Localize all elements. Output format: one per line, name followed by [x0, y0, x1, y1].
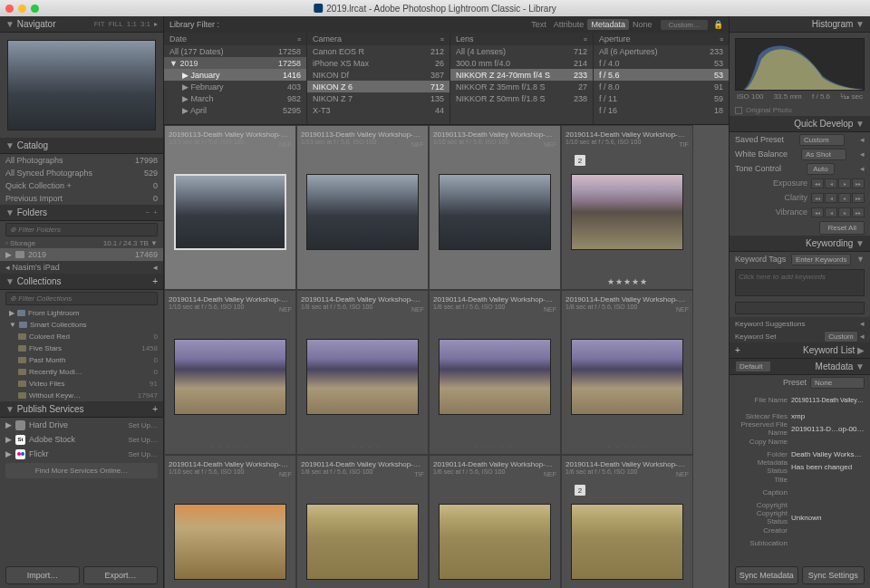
filter-tab-none[interactable]: None — [629, 19, 656, 30]
publish-service-item[interactable]: ▶Hard DriveSet Up… — [0, 418, 163, 432]
metadata-filter-row[interactable]: ▶ March982 — [164, 92, 306, 104]
qd-dec[interactable]: ◂ — [825, 193, 837, 203]
grid-cell[interactable]: 20190114-Death Valley Workshop-0013 1/10… — [164, 290, 296, 455]
qd-inc[interactable]: ▸ — [838, 178, 851, 188]
grid-cell[interactable]: 20190113-Death Valley Workshop-0001 1/13… — [164, 125, 296, 290]
find-more-services[interactable]: Find More Services Online… — [5, 463, 158, 478]
grid-cell[interactable]: 20190113-Death Valley Workshop-0003 1/10… — [429, 125, 561, 290]
qd-tone-expand[interactable]: ◂ — [860, 164, 865, 173]
navigator-header[interactable]: ▼ Navigator FIT FILL 1:1 3:1 ▸ — [0, 16, 163, 33]
qd-inc[interactable]: ▸ — [838, 193, 851, 203]
meta-preset-select[interactable]: None — [810, 377, 865, 389]
thumbnail-image[interactable] — [439, 339, 551, 415]
catalog-item[interactable]: Previous Import0 — [0, 192, 163, 205]
metadata-field[interactable]: Sublocation — [730, 536, 870, 549]
stack-badge[interactable]: 2 — [575, 155, 585, 166]
export-button[interactable]: Export… — [83, 566, 158, 584]
grid-cell[interactable]: 20190114-Death Valley Workshop-0017 1/8 … — [561, 290, 693, 455]
original-photo-check[interactable] — [735, 107, 742, 114]
metadata-filter-row[interactable]: All (4 Lenses)712 — [450, 45, 593, 57]
metadata-filter-row[interactable]: All (177 Dates)17258 — [164, 45, 306, 57]
smart-collection-item[interactable]: Recently Modi…0 — [0, 366, 163, 378]
thumbnail-image[interactable] — [571, 174, 683, 250]
metadata-filter-row[interactable]: iPhone XS Max26 — [307, 57, 450, 69]
metadata-filter-row[interactable]: ▶ April5295 — [164, 104, 306, 116]
thumbnail-image[interactable] — [439, 174, 551, 250]
metadata-field[interactable]: Copyright StatusUnknown — [730, 511, 870, 524]
metadata-field[interactable]: Metadata StatusHas been changed — [730, 460, 870, 473]
metadata-filter-row[interactable]: NIKON Z 7135 — [307, 92, 450, 104]
metadata-column-header[interactable]: Date≡ — [164, 33, 306, 45]
grid-cell[interactable]: 20190114-Death Valley Workshop-0031 1/8 … — [296, 455, 429, 588]
metadata-filter-row[interactable]: NIKON Df387 — [307, 69, 450, 81]
grid-cell[interactable]: 20190114-Death Valley Workshop-0016 1/8 … — [429, 290, 561, 455]
qd-dec[interactable]: ◂ — [825, 178, 837, 188]
keyword-list-header[interactable]: +Keyword List ▶ — [730, 342, 870, 359]
metadata-filter-row[interactable]: 300.0 mm f/4.0214 — [450, 57, 593, 69]
smart-collection-item[interactable]: Colored Red0 — [0, 331, 163, 342]
qd-inc[interactable]: ▸ — [838, 207, 851, 217]
metadata-filter-row[interactable]: f / 1618 — [594, 104, 729, 116]
metadata-column-header[interactable]: Aperture≡ — [594, 33, 729, 45]
metadata-default-select[interactable]: Default — [735, 361, 771, 372]
nav-fill[interactable]: FILL — [109, 20, 123, 28]
collection-smart[interactable]: ▼ Smart Collections — [0, 319, 163, 331]
filter-tab-text[interactable]: Text — [527, 19, 550, 30]
stack-badge[interactable]: 2 — [575, 485, 585, 496]
thumbnail-image[interactable] — [306, 174, 419, 250]
nav-fit[interactable]: FIT — [94, 20, 105, 28]
keyword-tags-select[interactable]: Enter Keywords — [791, 254, 851, 265]
qd-inc2[interactable]: ▸▸ — [852, 207, 865, 217]
catalog-item[interactable]: All Synced Photographs529 — [0, 167, 163, 179]
qd-inc2[interactable]: ▸▸ — [852, 178, 865, 188]
collection-from-lightroom[interactable]: ▶ From Lightroom — [0, 307, 163, 319]
thumbnail-image[interactable] — [439, 504, 551, 580]
grid-cell[interactable]: 20190114-Death Valley Workshop-0012 1/10… — [561, 125, 693, 290]
qd-preset-expand[interactable]: ◂ — [860, 135, 865, 144]
qd-wb-select[interactable]: As Shot — [801, 149, 846, 160]
qd-preset-select[interactable]: Custom — [799, 134, 845, 146]
catalog-item[interactable]: All Photographs17998 — [0, 154, 163, 167]
qd-auto-button[interactable]: Auto — [807, 163, 834, 175]
minimize-window-button[interactable] — [18, 5, 26, 13]
ipad-row[interactable]: ◂ Nasim's iPad◂ — [0, 261, 163, 274]
metadata-filter-row[interactable]: NIKKOR Z 50mm f/1.8 S238 — [450, 92, 593, 104]
metadata-field[interactable]: Preserved File Name20190113-D…op-0001.NE… — [730, 422, 870, 435]
qd-dec[interactable]: ◂ — [825, 207, 837, 217]
metadata-filter-row[interactable]: f / 5.653 — [594, 69, 729, 81]
metadata-field[interactable]: Copy Name — [730, 435, 870, 448]
grid-cell[interactable]: 20190114-Death Valley Workshop-0032 1/6 … — [429, 455, 561, 588]
metadata-filter-row[interactable]: f / 1159 — [594, 92, 729, 104]
thumbnail-image[interactable] — [571, 504, 683, 580]
sync-metadata-button[interactable]: Sync Metadata — [735, 566, 798, 584]
metadata-filter-row[interactable]: NIKKOR Z 24-70mm f/4 S233 — [450, 69, 593, 81]
metadata-filter-row[interactable]: ▶ January1416 — [164, 69, 306, 81]
histogram-header[interactable]: Histogram ▼ — [730, 16, 870, 33]
filter-tab-attribute[interactable]: Attribute — [550, 19, 588, 30]
metadata-filter-row[interactable]: f / 4.053 — [594, 57, 729, 69]
storage-bar[interactable]: ▫ Storage 10.1 / 24.3 TB ▼ — [0, 238, 163, 248]
qd-inc2[interactable]: ▸▸ — [852, 193, 865, 203]
sync-settings-button[interactable]: Sync Settings — [802, 566, 865, 584]
qd-dec2[interactable]: ◂◂ — [811, 207, 824, 217]
metadata-column-header[interactable]: Lens≡ — [450, 33, 593, 45]
metadata-filter-row[interactable]: NIKON Z 6712 — [307, 81, 450, 92]
filter-custom[interactable]: Custom… — [661, 20, 708, 30]
filter-tab-metadata[interactable]: Metadata — [587, 19, 629, 30]
publish-service-item[interactable]: ▶StAdobe StockSet Up… — [0, 432, 163, 447]
catalog-header[interactable]: ▼ Catalog — [0, 138, 163, 154]
grid-cell[interactable]: 20190114-Death Valley Workshop-0033 1/6 … — [561, 455, 693, 588]
metadata-header[interactable]: Default Metadata ▼ — [730, 359, 870, 375]
metadata-field[interactable]: Title — [730, 473, 870, 486]
lock-icon[interactable]: 🔒 — [713, 20, 723, 29]
nav-1to1[interactable]: 1:1 — [127, 20, 137, 28]
publish-header[interactable]: ▼ Publish Services+ — [0, 401, 163, 418]
keyword-textarea[interactable]: Click here to add keywords — [735, 269, 865, 296]
maximize-window-button[interactable] — [31, 5, 39, 13]
folders-filter-input[interactable]: ⊕ Filter Folders — [5, 223, 158, 236]
publish-service-item[interactable]: ▶FlickrSet Up… — [0, 447, 163, 461]
metadata-filter-row[interactable]: All (6 Apertures)233 — [594, 45, 729, 57]
metadata-filter-row[interactable]: X-T344 — [307, 104, 450, 116]
smart-collection-item[interactable]: Past Month0 — [0, 354, 163, 366]
collections-filter-input[interactable]: ⊕ Filter Collections — [5, 292, 158, 305]
